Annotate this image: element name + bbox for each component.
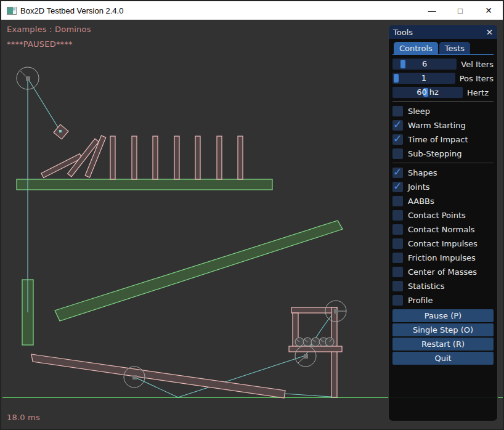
- example-label: Examples : Dominos: [7, 25, 91, 34]
- slider-row-hertz: 60 hzHertz: [392, 87, 494, 98]
- tab-tests[interactable]: Tests: [439, 42, 470, 54]
- balls: [295, 338, 334, 346]
- pendulum-box: [54, 124, 68, 139]
- checkbox-row-friction-impulses[interactable]: Friction Impulses: [392, 253, 494, 263]
- tab-bar: ControlsTests: [392, 42, 494, 55]
- checkbox-label-profile: Profile: [408, 296, 433, 305]
- single-step-button[interactable]: Single Step (O): [392, 323, 494, 336]
- checkbox-row-contact-impulses[interactable]: Contact Impulses: [392, 238, 494, 249]
- checkbox-row-profile[interactable]: Profile: [392, 295, 494, 306]
- checkbox-label-contact-impulses: Contact Impulses: [408, 239, 478, 248]
- checkbox-label-sub-stepping: Sub-Stepping: [408, 149, 461, 158]
- check-mark-icon: ✓: [393, 132, 402, 145]
- quit-button[interactable]: Quit: [392, 352, 494, 365]
- solver-checkboxes: Sleep✓Warm Starting✓Time of ImpactSub-St…: [392, 106, 494, 159]
- checkbox-statistics[interactable]: [392, 281, 403, 291]
- separator: [392, 163, 494, 163]
- dominos: [41, 136, 243, 179]
- checkbox-row-joints[interactable]: ✓Joints: [392, 182, 494, 192]
- checkbox-row-sleep[interactable]: Sleep: [392, 106, 494, 116]
- physics-viewport[interactable]: Examples : Dominos ****PAUSED**** 18.0 m…: [2, 20, 502, 428]
- slider-row-vel-iters: 6Vel Iters: [392, 59, 494, 70]
- checkbox-row-center-of-masses[interactable]: Center of Masses: [392, 267, 494, 277]
- frame-time-label: 18.0 ms: [7, 413, 40, 422]
- checkbox-row-aabbs[interactable]: AABBs: [392, 196, 494, 206]
- slider-vel-iters[interactable]: 6: [392, 59, 457, 70]
- panel-close-icon[interactable]: ✕: [486, 28, 493, 37]
- checkbox-label-joints: Joints: [408, 182, 430, 192]
- checkbox-profile[interactable]: [392, 295, 403, 306]
- checkbox-contact-points[interactable]: [392, 210, 403, 221]
- tools-panel-title: Tools: [393, 28, 486, 37]
- slider-hertz[interactable]: 60 hz: [392, 87, 463, 98]
- slider-value-hertz: 60 hz: [392, 87, 463, 98]
- checkbox-label-aabbs: AABBs: [408, 197, 434, 206]
- solver-sliders: 6Vel Iters1Pos Iters60 hzHertz: [392, 59, 494, 98]
- draw-checkboxes: ✓Shapes✓JointsAABBsContact PointsContact…: [392, 168, 494, 306]
- tools-panel-header[interactable]: Tools ✕: [389, 25, 497, 39]
- app-window: Box2D Testbed Version 2.4.0 — □ ✕: [0, 0, 504, 430]
- checkbox-label-center-of-masses: Center of Masses: [408, 267, 477, 277]
- tools-panel-body: ControlsTests 6Vel Iters1Pos Iters60 hzH…: [389, 39, 497, 365]
- checkbox-label-sleep: Sleep: [408, 107, 430, 116]
- slider-value-vel-iters: 6: [392, 59, 457, 70]
- maximize-button[interactable]: □: [446, 1, 474, 20]
- check-mark-icon: ✓: [393, 118, 402, 131]
- checkbox-contact-impulses[interactable]: [392, 238, 403, 249]
- check-mark-icon: ✓: [393, 166, 402, 178]
- checkbox-row-warm-starting[interactable]: ✓Warm Starting: [392, 120, 494, 131]
- checkbox-label-friction-impulses: Friction Impulses: [408, 253, 476, 262]
- slider-label-hertz: Hertz: [467, 88, 489, 97]
- minimize-button[interactable]: —: [418, 1, 446, 20]
- restart-button[interactable]: Restart (R): [392, 338, 494, 351]
- window-titlebar[interactable]: Box2D Testbed Version 2.4.0 — □ ✕: [1, 1, 503, 20]
- separator: [392, 101, 494, 102]
- checkbox-label-shapes: Shapes: [408, 168, 437, 177]
- close-button[interactable]: ✕: [474, 1, 503, 20]
- checkbox-time-of-impact[interactable]: ✓: [392, 134, 403, 145]
- tools-panel: Tools ✕ ControlsTests 6Vel Iters1Pos Ite…: [388, 25, 498, 421]
- window-title: Box2D Testbed Version 2.4.0: [20, 6, 123, 15]
- seesaw-plank: [31, 354, 285, 398]
- slider-value-pos-iters: 1: [392, 73, 455, 84]
- checkbox-label-contact-normals: Contact Normals: [408, 225, 475, 234]
- checkbox-label-time-of-impact: Time of Impact: [408, 135, 468, 144]
- slider-label-pos-iters: Pos Iters: [460, 74, 494, 83]
- pause-button[interactable]: Pause (P): [392, 309, 494, 322]
- app-icon: [7, 7, 17, 15]
- checkbox-center-of-masses[interactable]: [392, 267, 403, 277]
- checkbox-row-shapes[interactable]: ✓Shapes: [392, 168, 494, 178]
- checkbox-shapes[interactable]: ✓: [392, 168, 403, 178]
- slider-pos-iters[interactable]: 1: [392, 73, 455, 84]
- slider-label-vel-iters: Vel Iters: [461, 60, 494, 69]
- checkbox-warm-starting[interactable]: ✓: [392, 120, 403, 131]
- paused-label: ****PAUSED****: [7, 39, 73, 49]
- tab-controls[interactable]: Controls: [394, 42, 438, 54]
- check-mark-icon: ✓: [393, 180, 402, 192]
- slider-row-pos-iters: 1Pos Iters: [392, 73, 494, 84]
- checkbox-row-contact-points[interactable]: Contact Points: [392, 210, 494, 221]
- checkbox-contact-normals[interactable]: [392, 224, 403, 235]
- checkbox-row-statistics[interactable]: Statistics: [392, 281, 494, 291]
- checkbox-label-warm-starting: Warm Starting: [408, 121, 466, 130]
- checkbox-label-contact-points: Contact Points: [408, 211, 466, 220]
- checkbox-friction-impulses[interactable]: [392, 253, 403, 263]
- checkbox-row-time-of-impact[interactable]: ✓Time of Impact: [392, 134, 494, 145]
- action-buttons: Pause (P)Single Step (O)Restart (R)Quit: [392, 309, 494, 365]
- checkbox-aabbs[interactable]: [392, 196, 403, 206]
- body-anchor-squares: [26, 76, 338, 379]
- checkbox-row-sub-stepping[interactable]: Sub-Stepping: [392, 148, 494, 159]
- checkbox-label-statistics: Statistics: [408, 282, 444, 291]
- checkbox-sub-stepping[interactable]: [392, 148, 403, 159]
- checkbox-sleep[interactable]: [392, 106, 403, 116]
- checkbox-joints[interactable]: ✓: [392, 182, 403, 192]
- checkbox-row-contact-normals[interactable]: Contact Normals: [392, 224, 494, 235]
